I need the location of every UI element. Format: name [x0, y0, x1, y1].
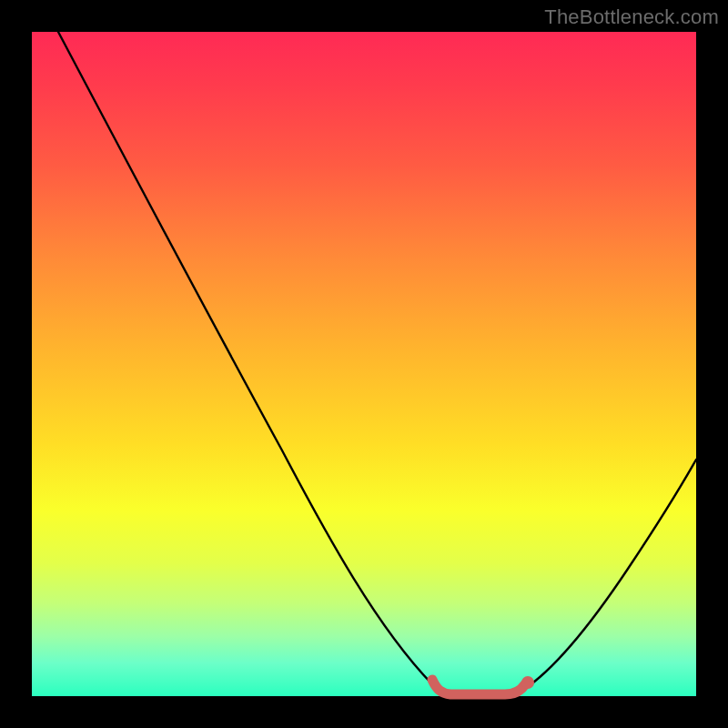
- chart-overlay-svg: [0, 0, 728, 728]
- watermark-label: TheBottleneck.com: [544, 5, 719, 29]
- valley-end-dot-icon: [521, 676, 534, 689]
- chart-frame: TheBottleneck.com: [0, 0, 728, 728]
- bottleneck-curve: [58, 32, 696, 696]
- valley-highlight-marker: [432, 680, 525, 694]
